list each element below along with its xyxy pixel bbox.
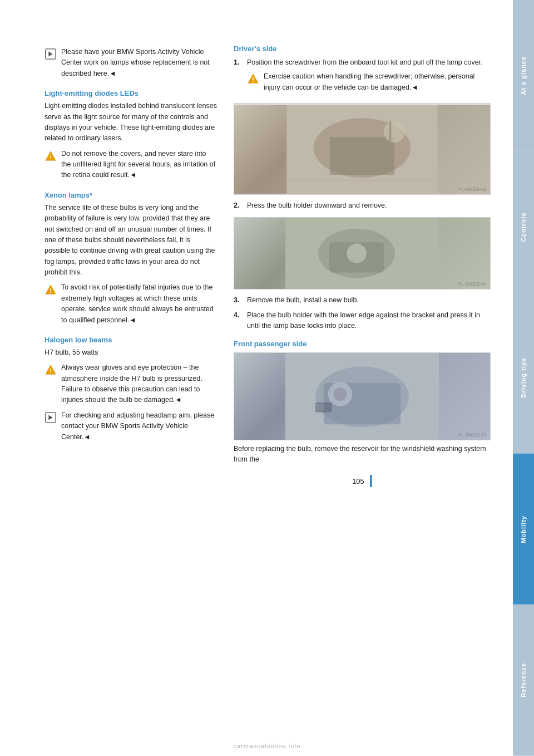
engine-bay-image-1: YL-00029-01 <box>234 103 491 195</box>
warning-triangle-icon-step1: ! <box>247 72 259 88</box>
led-warning-text: Do not remove the covers, and never star… <box>61 149 217 181</box>
xenon-warning-box: ! To avoid risk of potentially fatal inj… <box>44 282 217 326</box>
arrow-right-icon-halogen <box>44 411 57 425</box>
step-2-num: 2. <box>234 200 243 211</box>
warning-triangle-icon-halogen: ! <box>44 364 57 377</box>
section-led-body: Light-emitting diodes installed behind t… <box>44 101 217 144</box>
bulb-holder-image: YL-00029-04 <box>234 217 491 289</box>
led-warning-box: ! Do not remove the covers, and never st… <box>44 149 217 181</box>
right-column: Driver's side 1. Position the screwdrive… <box>234 45 491 723</box>
front-passenger-image: YL-00029-01 <box>234 352 491 440</box>
step-1-content: Position the screwdriver from the onboar… <box>247 57 491 97</box>
page-number-line <box>370 475 372 487</box>
sidebar-item-at-a-glance[interactable]: At a glance <box>513 0 534 151</box>
step-4-text: Place the bulb holder with the lower edg… <box>247 310 491 332</box>
svg-text:!: ! <box>252 76 254 83</box>
front-passenger-heading: Front passenger side <box>234 340 491 348</box>
svg-marker-1 <box>48 51 52 56</box>
notice-bmw-sports-text: Please have your BMW Sports Activity Veh… <box>61 47 217 79</box>
section-halogen-heading: Halogen low beams <box>44 336 217 344</box>
halogen-warning-box: ! Always wear gloves and eye protection … <box>44 362 217 406</box>
page-number: 105 <box>352 477 364 485</box>
warning-triangle-icon-xenon: ! <box>44 283 57 297</box>
halogen-notice-box: For checking and adjusting headlamp aim,… <box>44 410 217 443</box>
step1-warning-text: Exercise caution when handling the screw… <box>264 71 491 93</box>
halogen-notice-text: For checking and adjusting headlamp aim,… <box>61 410 217 443</box>
halogen-bulb-spec: H7 bulb, 55 watts <box>44 347 217 358</box>
sidebar-item-driving-tips[interactable]: Driving tips <box>513 302 534 454</box>
at-a-glance-label: At a glance <box>520 56 527 95</box>
sidebar-item-controls[interactable]: Controls <box>513 151 534 303</box>
steps-list: 1. Position the screwdriver from the onb… <box>234 57 491 97</box>
mobility-label: Mobility <box>520 516 527 543</box>
step-1: 1. Position the screwdriver from the onb… <box>234 57 491 97</box>
sidebar-item-reference[interactable]: Reference <box>513 605 534 756</box>
img2-ref: YL-00029-04 <box>458 281 487 287</box>
drivers-side-heading: Driver's side <box>234 45 491 53</box>
step-3: 3. Remove the bulb, install a new bulb. <box>234 295 491 306</box>
driving-tips-label: Driving tips <box>520 358 527 399</box>
step-4: 4. Place the bulb holder with the lower … <box>234 310 491 332</box>
svg-point-15 <box>384 121 406 143</box>
steps-list-2: 2. Press the bulb holder downward and re… <box>234 200 491 211</box>
section-xenon-body: The service life of these bulbs is very … <box>44 203 217 278</box>
engine-bay-photo <box>234 105 490 194</box>
sidebar-item-mobility[interactable]: Mobility <box>513 454 534 605</box>
page-number-bar: 105 <box>234 469 491 487</box>
step-1-text: Position the screwdriver from the onboar… <box>247 58 483 66</box>
front-passenger-photo <box>234 353 490 440</box>
xenon-warning-text: To avoid risk of potentially fatal injur… <box>61 282 217 326</box>
sidebar: At a glance Controls Driving tips Mobili… <box>513 0 534 756</box>
section-xenon-heading: Xenon lamps* <box>44 191 217 199</box>
img1-ref: YL-00029-01 <box>458 186 487 192</box>
controls-label: Controls <box>520 212 527 242</box>
svg-marker-9 <box>48 415 52 420</box>
bulb-holder-photo <box>234 218 490 289</box>
step-2: 2. Press the bulb holder downward and re… <box>234 200 491 211</box>
watermark: carmanualsoline.info <box>234 743 301 749</box>
front-passenger-img-ref: YL-00029-01 <box>458 432 487 438</box>
step1-warning-box: ! Exercise caution when handling the scr… <box>247 71 491 93</box>
step-2-text: Press the bulb holder downward and remov… <box>247 200 387 211</box>
page-wrapper: Please have your BMW Sports Activity Veh… <box>0 0 534 756</box>
svg-rect-14 <box>330 137 394 175</box>
steps-list-3: 3. Remove the bulb, install a new bulb. … <box>234 295 491 332</box>
reference-label: Reference <box>520 663 527 698</box>
svg-rect-16 <box>389 121 391 143</box>
svg-rect-28 <box>317 404 324 410</box>
step-3-num: 3. <box>234 295 243 306</box>
step-1-num: 1. <box>234 57 243 97</box>
svg-text:!: ! <box>50 287 52 294</box>
section-led-heading: Light-emitting diodes LEDs <box>44 89 217 97</box>
svg-text:!: ! <box>50 153 52 160</box>
warning-triangle-icon-led: ! <box>44 150 57 164</box>
front-passenger-body: Before replacing the bulb, remove the re… <box>234 444 491 465</box>
svg-text:!: ! <box>50 367 52 374</box>
arrow-right-icon <box>44 48 57 62</box>
svg-point-26 <box>334 387 347 401</box>
step-3-text: Remove the bulb, install a new bulb. <box>247 295 359 306</box>
step-4-num: 4. <box>234 310 243 332</box>
notice-bmw-sports: Please have your BMW Sports Activity Veh… <box>44 47 217 79</box>
main-content: Please have your BMW Sports Activity Veh… <box>0 0 513 756</box>
svg-point-21 <box>347 243 366 263</box>
halogen-warning-text: Always wear gloves and eye protection – … <box>61 362 217 406</box>
left-column: Please have your BMW Sports Activity Veh… <box>44 45 217 723</box>
